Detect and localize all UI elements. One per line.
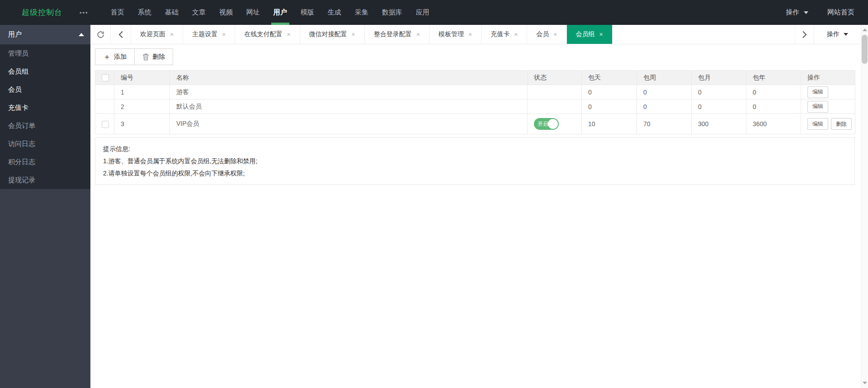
- nav-item[interactable]: 基础: [158, 0, 185, 25]
- nav-item[interactable]: 文章: [185, 0, 212, 25]
- brand-title: 超级控制台: [22, 0, 62, 25]
- column-header: 操作: [801, 71, 855, 85]
- per-year: 3600: [746, 114, 801, 134]
- caret-down-icon: [844, 33, 848, 36]
- close-tab-icon[interactable]: ×: [170, 31, 174, 38]
- scrollbar-down-icon[interactable]: [863, 382, 867, 384]
- tab[interactable]: 充值卡×: [481, 25, 527, 44]
- tab[interactable]: 在线支付配置×: [235, 25, 300, 44]
- next-tabs-button[interactable]: [795, 25, 814, 44]
- site-home-link[interactable]: 网站首页: [827, 8, 854, 17]
- column-header: 编号: [114, 71, 170, 85]
- nav-item[interactable]: 网址: [240, 0, 267, 25]
- per-day: 0: [582, 85, 637, 99]
- sidebar-item[interactable]: 访问日志: [0, 135, 90, 153]
- per-day: 10: [582, 114, 637, 134]
- tab[interactable]: 微信对接配置×: [300, 25, 365, 44]
- table-row: 1游客0000编辑: [95, 85, 855, 99]
- delete-button-label: 删除: [152, 53, 165, 61]
- close-tab-icon[interactable]: ×: [287, 31, 290, 38]
- row-delete-button[interactable]: 删除: [831, 118, 852, 130]
- sidebar-item[interactable]: 积分日志: [0, 153, 90, 171]
- tab-label: 模板管理: [439, 30, 464, 38]
- close-tab-icon[interactable]: ×: [599, 31, 603, 38]
- topbar: 超级控制台 ••• 首页系统基础文章视频网址用户模版生成采集数据库应用 操作 网…: [0, 0, 868, 25]
- header-checkbox-cell: [95, 71, 114, 85]
- status-toggle[interactable]: 开启: [534, 118, 559, 130]
- tabbar-spacer: [613, 25, 795, 44]
- close-tab-icon[interactable]: ×: [514, 31, 518, 38]
- close-tab-icon[interactable]: ×: [222, 31, 226, 38]
- scrollbar-thumb[interactable]: [862, 35, 868, 64]
- add-button[interactable]: ＋ 添加: [95, 48, 135, 65]
- tab[interactable]: 会员组×: [567, 25, 613, 44]
- column-header: 包天: [582, 71, 637, 85]
- more-dots-icon[interactable]: •••: [80, 0, 89, 25]
- row-id: 3: [114, 114, 170, 134]
- delete-button[interactable]: 删除: [134, 48, 173, 65]
- close-tab-icon[interactable]: ×: [468, 31, 472, 38]
- tab[interactable]: 模板管理×: [429, 25, 481, 44]
- topbar-action-dropdown[interactable]: 操作: [786, 8, 808, 17]
- select-all-checkbox[interactable]: [102, 74, 109, 81]
- sidebar-item[interactable]: 会员组: [0, 62, 90, 80]
- hint-box: 提示信息: 1.游客、普通会员属于系统内置会员组,无法删除和禁用; 2.请单独设…: [95, 137, 855, 185]
- nav-item[interactable]: 模版: [294, 0, 321, 25]
- scrollbar-up-icon[interactable]: [863, 28, 867, 31]
- column-header: 名称: [170, 71, 528, 85]
- tab[interactable]: 整合登录配置×: [365, 25, 429, 44]
- nav-item[interactable]: 首页: [104, 0, 131, 25]
- status-toggle-label: 开启: [538, 120, 548, 128]
- tab-label: 充值卡: [491, 30, 509, 38]
- row-checkbox[interactable]: [102, 121, 109, 128]
- nav-item[interactable]: 数据库: [375, 0, 409, 25]
- sidebar-item[interactable]: 提现记录: [0, 171, 90, 189]
- per-month: 0: [692, 99, 746, 114]
- tab[interactable]: 主题设置×: [183, 25, 235, 44]
- tab-label: 微信对接配置: [309, 30, 347, 38]
- nav-item[interactable]: 用户: [267, 0, 294, 25]
- tab[interactable]: 欢迎页面×: [131, 25, 183, 44]
- row-status-cell: [528, 99, 582, 114]
- per-day: 0: [582, 99, 637, 114]
- topbar-right: 操作 网站首页: [786, 0, 854, 25]
- sidebar-header-users[interactable]: 用户: [0, 25, 90, 44]
- sidebar-menu: 管理员会员组会员充值卡会员订单访问日志积分日志提现记录: [0, 44, 90, 189]
- row-name: 默认会员: [170, 99, 528, 114]
- close-tab-icon[interactable]: ×: [352, 31, 355, 38]
- vertical-scrollbar[interactable]: [861, 25, 868, 388]
- toggle-knob: [548, 119, 558, 129]
- tabs-container: 欢迎页面×主题设置×在线支付配置×微信对接配置×整合登录配置×模板管理×充值卡×…: [131, 25, 613, 44]
- nav-item[interactable]: 系统: [131, 0, 158, 25]
- refresh-tab-button[interactable]: [90, 25, 111, 44]
- tab[interactable]: 会员×: [527, 25, 566, 44]
- add-button-label: 添加: [114, 53, 127, 61]
- close-tab-icon[interactable]: ×: [416, 31, 420, 38]
- row-edit-button[interactable]: 编辑: [807, 101, 828, 113]
- per-week: 70: [637, 114, 692, 134]
- tab-label: 主题设置: [192, 30, 217, 38]
- table-row: 3VIP会员开启10703003600编辑删除: [95, 114, 855, 134]
- row-edit-button[interactable]: 编辑: [807, 118, 828, 130]
- sidebar-item[interactable]: 管理员: [0, 44, 90, 62]
- sidebar-item[interactable]: 会员: [0, 80, 90, 99]
- prev-tabs-button[interactable]: [111, 25, 131, 44]
- tab-operations-dropdown[interactable]: 操作: [814, 25, 861, 44]
- row-checkbox-cell: [95, 99, 114, 114]
- plus-icon: ＋: [103, 53, 111, 61]
- column-header: 包月: [692, 71, 746, 85]
- nav-item[interactable]: 生成: [321, 0, 348, 25]
- sidebar-item[interactable]: 充值卡: [0, 99, 90, 117]
- close-tab-icon[interactable]: ×: [553, 31, 557, 38]
- nav-item[interactable]: 应用: [409, 0, 436, 25]
- row-edit-button[interactable]: 编辑: [807, 86, 828, 98]
- table-row: 2默认会员0000编辑: [95, 99, 855, 114]
- nav-item[interactable]: 采集: [348, 0, 375, 25]
- chevron-right-icon: [802, 31, 807, 38]
- sidebar-item[interactable]: 会员订单: [0, 117, 90, 135]
- toolbar: ＋ 添加 删除: [95, 48, 173, 65]
- tab-bar: 欢迎页面×主题设置×在线支付配置×微信对接配置×整合登录配置×模板管理×充值卡×…: [90, 25, 861, 44]
- nav-item[interactable]: 视频: [212, 0, 240, 25]
- row-name: VIP会员: [170, 114, 528, 134]
- hint-title: 提示信息:: [103, 143, 847, 155]
